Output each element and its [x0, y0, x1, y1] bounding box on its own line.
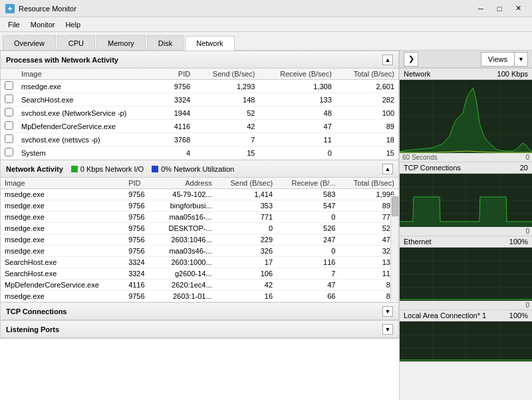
table-row: MpDefenderCoreService.exe4116424789: [1, 120, 398, 133]
network-graph-footer-right: 0: [525, 154, 529, 161]
menu-file[interactable]: File: [3, 19, 25, 30]
table-row: msedge.exe97562603:1-01...166682: [1, 291, 398, 302]
table-cell: SearchHost.exe: [17, 93, 163, 106]
table-cell: 583: [277, 189, 339, 200]
table-cell: 2620:1ec4...: [154, 280, 215, 291]
table-cell: 0: [259, 146, 335, 160]
na-col-pid[interactable]: PID: [124, 178, 154, 189]
views-dropdown[interactable]: ▼: [515, 52, 528, 67]
expand-button[interactable]: ❯: [404, 52, 418, 67]
tcp-graph-footer-right: 0: [525, 228, 529, 235]
table-cell: 47: [277, 280, 339, 291]
na-col-address[interactable]: Address: [154, 178, 215, 189]
network-activity-section: Network Activity 0 Kbps Network I/O 0% N…: [0, 160, 399, 302]
col-check[interactable]: [1, 69, 17, 80]
na-col-receive[interactable]: Receive (B/...: [277, 178, 339, 189]
processes-collapse-btn[interactable]: ▲: [382, 55, 393, 65]
table-cell: 42: [194, 120, 259, 133]
process-checkbox[interactable]: [5, 81, 13, 90]
col-send[interactable]: Send (B/sec): [194, 69, 259, 80]
process-checkbox[interactable]: [5, 121, 13, 130]
network-graph-section: Network 100 Kbps: [400, 68, 532, 162]
tab-cpu[interactable]: CPU: [57, 35, 95, 50]
table-cell: svchost.exe (netsvcs -p): [17, 133, 163, 146]
network-activity-collapse-btn[interactable]: ▲: [382, 164, 393, 174]
table-cell: bingforbusi...: [154, 200, 215, 212]
listening-ports-title: Listening Ports: [6, 325, 59, 333]
col-image[interactable]: Image: [17, 69, 163, 80]
tab-network[interactable]: Network: [185, 36, 234, 51]
main-layout: Processes with Network Activity ▲ Image …: [0, 51, 532, 400]
table-cell: 526: [339, 223, 398, 234]
col-total[interactable]: Total (B/sec): [336, 69, 398, 80]
table-row: svchost.exe (NetworkService -p)194452481…: [1, 106, 398, 120]
tcp-collapse-btn[interactable]: ▼: [382, 306, 393, 317]
col-receive[interactable]: Receive (B/sec): [259, 69, 335, 80]
close-button[interactable]: ✕: [509, 2, 527, 15]
table-cell: 15: [194, 146, 259, 160]
views-button[interactable]: Views: [481, 52, 515, 67]
table-cell: 7: [277, 268, 339, 280]
title-bar: Resource Monitor ─ □ ✕: [0, 0, 532, 17]
processes-section-header[interactable]: Processes with Network Activity ▲: [1, 51, 398, 69]
lan-graph-max: 100%: [509, 311, 528, 319]
network-graph-max: 100 Kbps: [497, 70, 528, 78]
right-panel-header: ❯ Views ▼: [400, 51, 532, 68]
table-cell: 133: [339, 257, 398, 268]
tcp-graph-container: [400, 174, 532, 227]
na-col-send[interactable]: Send (B/sec): [216, 178, 277, 189]
table-cell: 771: [216, 212, 277, 223]
scrollbar-v[interactable]: [390, 195, 398, 302]
tcp-connections-title: TCP Connections: [6, 307, 66, 315]
table-cell: 9756: [124, 200, 154, 212]
table-row: svchost.exe (netsvcs -p)376871118: [1, 133, 398, 146]
table-cell: 2603:1000...: [154, 257, 215, 268]
lan-graph-svg: [400, 321, 532, 361]
menu-monitor[interactable]: Monitor: [25, 19, 61, 30]
table-cell: 82: [339, 291, 398, 302]
tab-memory[interactable]: Memory: [96, 35, 146, 50]
table-cell: 9756: [124, 291, 154, 302]
process-checkbox[interactable]: [5, 148, 13, 156]
table-cell: svchost.exe (NetworkService -p): [17, 106, 163, 120]
table-cell: 9756: [124, 189, 154, 200]
table-cell: 42: [216, 280, 277, 291]
network-activity-header[interactable]: Network Activity 0 Kbps Network I/O 0% N…: [1, 160, 398, 178]
table-cell: 100: [336, 106, 398, 120]
listening-ports-collapse-btn[interactable]: ▼: [382, 324, 393, 335]
na-col-image[interactable]: Image: [1, 178, 124, 189]
col-pid[interactable]: PID: [163, 69, 194, 80]
table-cell: msedge.exe: [1, 200, 124, 212]
maximize-button[interactable]: □: [491, 2, 508, 15]
table-cell: 0: [277, 246, 339, 257]
tcp-connections-header[interactable]: TCP Connections ▼: [1, 303, 398, 320]
tcp-connections-section: TCP Connections ▼: [0, 302, 399, 320]
table-cell: 899: [339, 200, 398, 212]
tab-overview[interactable]: Overview: [3, 35, 56, 50]
ethernet-graph-header: Ethernet 100%: [400, 236, 532, 248]
scrollbar-thumb: [392, 196, 398, 216]
net-util-indicator: 0% Network Utilization: [152, 165, 234, 173]
table-cell: 1,293: [194, 80, 259, 93]
listening-ports-section: Listening Ports ▼: [0, 320, 399, 339]
table-cell: 11: [259, 133, 335, 146]
minimize-button[interactable]: ─: [472, 2, 489, 15]
net-io-label: 0 Kbps Network I/O: [80, 165, 144, 173]
ethernet-graph-max: 100%: [509, 238, 528, 246]
tab-disk[interactable]: Disk: [147, 35, 184, 50]
table-cell: 326: [339, 246, 398, 257]
left-panel: Processes with Network Activity ▲ Image …: [0, 51, 399, 400]
process-checkbox[interactable]: [5, 108, 13, 116]
app-title: Resource Monitor: [19, 5, 76, 13]
process-checkbox[interactable]: [5, 134, 13, 143]
menu-help[interactable]: Help: [60, 19, 86, 30]
ethernet-graph-footer: 0: [400, 301, 532, 309]
processes-table: Image PID Send (B/sec) Receive (B/sec) T…: [1, 69, 398, 160]
table-cell: 4: [163, 146, 194, 160]
process-checkbox[interactable]: [5, 95, 13, 103]
na-col-total[interactable]: Total (B/sec): [339, 178, 398, 189]
listening-ports-header[interactable]: Listening Ports ▼: [1, 321, 398, 338]
network-graph-header: Network 100 Kbps: [400, 68, 532, 80]
tcp-graph-section: TCP Connections 20 0: [400, 162, 532, 236]
table-cell: msedge.exe: [1, 212, 124, 223]
